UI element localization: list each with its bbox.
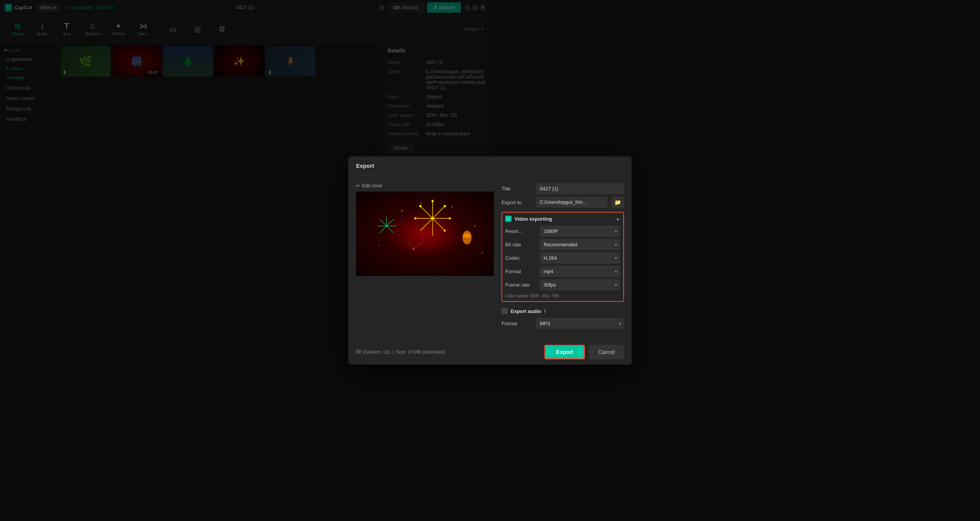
svg-point-32 xyxy=(379,245,380,246)
svg-point-10 xyxy=(444,205,446,207)
svg-point-24 xyxy=(463,233,471,238)
svg-line-2 xyxy=(433,206,445,218)
svg-point-30 xyxy=(451,206,452,208)
svg-point-9 xyxy=(431,200,434,202)
svg-point-13 xyxy=(419,205,421,207)
svg-point-34 xyxy=(421,203,422,204)
edit-cover-button[interactable]: ✏ Edit cover xyxy=(356,183,490,188)
svg-point-33 xyxy=(482,252,483,254)
edit-cover-icon: ✏ xyxy=(356,183,360,188)
svg-point-12 xyxy=(444,229,446,232)
svg-line-4 xyxy=(433,218,445,231)
svg-point-29 xyxy=(401,210,403,211)
svg-line-20 xyxy=(380,226,387,233)
fireworks-svg xyxy=(356,192,490,260)
svg-line-22 xyxy=(380,219,387,226)
svg-line-8 xyxy=(420,206,433,218)
modal-title: Export xyxy=(356,162,374,169)
svg-line-19 xyxy=(387,226,394,233)
svg-point-31 xyxy=(474,226,475,227)
svg-line-27 xyxy=(408,241,413,249)
fireworks-background xyxy=(356,192,490,260)
svg-line-17 xyxy=(387,219,394,226)
svg-point-11 xyxy=(449,217,451,220)
preview-image xyxy=(356,192,490,260)
svg-line-28 xyxy=(413,249,419,255)
modal-header: Export xyxy=(348,156,490,175)
modal-overlay: Export ✏ Edit cover xyxy=(0,0,490,260)
svg-line-6 xyxy=(420,218,433,231)
svg-line-26 xyxy=(413,243,421,249)
export-modal: Export ✏ Edit cover xyxy=(348,156,490,260)
modal-body: ✏ Edit cover xyxy=(348,175,490,260)
modal-preview: ✏ Edit cover xyxy=(356,183,490,260)
svg-point-14 xyxy=(414,217,416,220)
